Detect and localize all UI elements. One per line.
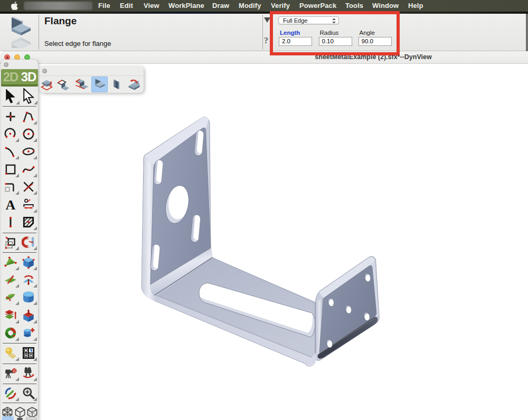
tool-viewports[interactable] — [22, 346, 35, 360]
flyout-indicator — [33, 284, 37, 288]
flyout-indicator — [33, 191, 37, 195]
tool-palette: 2D 3D — [1, 60, 38, 420]
tool-walkthrough[interactable] — [22, 366, 35, 380]
tool-surface-bend[interactable] — [4, 290, 17, 304]
tool-bend-arch[interactable] — [22, 273, 35, 287]
sheet-metal-bracket-model[interactable] — [0, 64, 528, 420]
palette-row — [1, 142, 38, 160]
tool-open-arrow[interactable] — [21, 88, 36, 104]
tool-surface-triangle[interactable] — [4, 255, 17, 269]
tool-stack-planes[interactable] — [4, 309, 17, 322]
flyout-indicator — [33, 209, 37, 213]
menu-modify[interactable]: Modify — [239, 0, 261, 12]
tool-push-face[interactable] — [22, 309, 35, 322]
app-screen: FileEditViewWorkPlaneDrawModifyVerifyPow… — [0, 0, 528, 420]
palette-row — [1, 384, 38, 402]
tool-ellipse[interactable] — [22, 145, 35, 158]
tool-select-arrow[interactable] — [3, 88, 18, 104]
tool-polyline[interactable] — [22, 110, 35, 123]
display-mode-cube-hidden-line[interactable] — [14, 406, 26, 419]
palette-bottom-selected[interactable] — [2, 416, 14, 420]
smtool-base-stock[interactable] — [39, 77, 55, 92]
toolbar-collapse-button[interactable] — [42, 69, 47, 73]
palette-row — [1, 160, 38, 178]
palette-row — [1, 344, 38, 362]
flyout-indicator — [15, 320, 19, 323]
flyout-indicator — [15, 357, 19, 361]
help-icon[interactable]: ? — [264, 36, 268, 45]
palette-row — [1, 271, 38, 289]
tool-text[interactable] — [4, 198, 17, 212]
menu-powerpack[interactable]: PowerPack — [299, 0, 336, 12]
tool-hatch[interactable] — [22, 215, 35, 229]
tool-arc[interactable] — [4, 127, 17, 141]
menu-window[interactable]: Window — [372, 0, 399, 12]
tab-3d[interactable]: 3D — [20, 69, 37, 84]
annotation-rectangle — [270, 11, 400, 55]
palette-divider — [3, 106, 36, 107]
palette-divider — [3, 403, 36, 403]
smtool-z-bend[interactable] — [74, 77, 90, 92]
menu-view[interactable]: View — [144, 0, 159, 12]
menu-edit[interactable]: Edit — [120, 0, 133, 12]
tool-trim[interactable] — [22, 180, 35, 194]
tool-prompt: Select edge for flange — [44, 40, 111, 47]
menu-workplane[interactable]: WorkPlane — [168, 0, 204, 12]
base-stock-icon — [40, 77, 55, 92]
tool-boolean-add[interactable] — [22, 326, 35, 340]
smtool-unfold[interactable] — [126, 77, 143, 92]
tab-2d[interactable]: 2D — [3, 69, 18, 84]
flyout-indicator — [15, 266, 19, 270]
flyout-indicator — [15, 191, 19, 195]
drawing-canvas[interactable] — [0, 64, 528, 420]
menu-help[interactable]: Help — [408, 0, 423, 12]
tool-rounded-cube[interactable] — [22, 290, 35, 304]
flyout-indicator — [15, 284, 19, 288]
palette-row — [1, 178, 38, 196]
smtool-hem[interactable] — [108, 77, 125, 92]
palette-row — [1, 253, 38, 271]
tool-spline[interactable] — [22, 163, 35, 176]
tool-point[interactable] — [4, 110, 17, 123]
tool-solid-cube[interactable] — [22, 255, 35, 269]
tool-corner-line[interactable] — [4, 180, 17, 194]
point-icon — [4, 110, 17, 123]
hem-icon — [109, 77, 124, 92]
tool-offset[interactable] — [4, 235, 17, 249]
tool-rectangle[interactable] — [4, 163, 17, 176]
smtool-flange[interactable] — [91, 77, 108, 92]
palette-row — [1, 324, 38, 342]
tool-curve[interactable] — [4, 145, 17, 158]
tool-segment[interactable] — [4, 215, 17, 229]
menu-file[interactable]: File — [98, 0, 110, 12]
palette-collapse-button[interactable] — [4, 62, 8, 67]
flyout-indicator — [15, 377, 19, 381]
flyout-indicator — [15, 337, 19, 341]
palette-bottom-icon — [17, 418, 23, 420]
bend-from-flat-icon — [56, 77, 72, 92]
flyout-indicator — [33, 357, 37, 361]
apple-menu-icon[interactable] — [11, 2, 18, 10]
tool-rotate-view[interactable] — [4, 386, 17, 400]
tool-camera[interactable] — [4, 366, 17, 380]
tool-circle[interactable] — [22, 127, 35, 141]
menu-verify[interactable]: Verify — [271, 0, 290, 12]
tool-zoom[interactable] — [22, 386, 35, 400]
document-titlebar[interactable]: sheetMetalExample (2).sfx*--DynView — [0, 51, 528, 64]
tool-magnet[interactable] — [22, 235, 35, 249]
tool-dimension[interactable] — [22, 198, 35, 212]
tool-render-sphere[interactable] — [4, 346, 17, 360]
tool-revolve[interactable] — [4, 326, 17, 340]
tool-plane-arrow[interactable] — [4, 273, 17, 287]
flyout-indicator — [33, 266, 37, 270]
menu-tools[interactable]: Tools — [345, 0, 363, 12]
smtool-bend-from-flat[interactable] — [56, 77, 72, 92]
desktop-gap — [0, 12, 528, 14]
palette-row — [1, 87, 38, 105]
menu-draw[interactable]: Draw — [212, 0, 229, 12]
mode-tabs: 2D 3D — [1, 69, 38, 87]
divider — [262, 15, 263, 50]
flyout-indicator — [15, 246, 19, 250]
unfold-icon — [127, 77, 142, 92]
palette-row — [1, 233, 38, 251]
